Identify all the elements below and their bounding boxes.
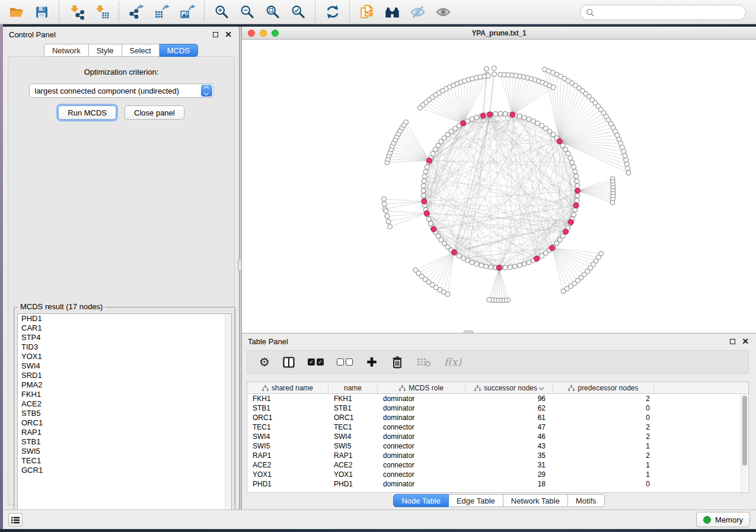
zoom-in-icon	[214, 4, 229, 20]
column-header-filler	[654, 382, 748, 393]
select-all-columns-button[interactable]: ✓✓	[308, 354, 324, 370]
save-session-button[interactable]	[29, 1, 55, 23]
import-table-button[interactable]	[89, 1, 114, 23]
table-cell: 2	[553, 432, 654, 441]
mcds-result-item[interactable]: ACE2	[18, 399, 231, 409]
tab-motifs[interactable]: Motifs	[568, 494, 605, 507]
list-scrollbar[interactable]	[225, 314, 231, 523]
tab-edge-table[interactable]: Edge Table	[449, 494, 503, 507]
function-builder-button-disabled[interactable]: f(x)	[444, 354, 461, 370]
mcds-result-item[interactable]: SWI5	[18, 447, 231, 456]
mcds-result-item[interactable]: STB5	[18, 409, 231, 418]
table-cell: 0	[553, 403, 654, 413]
mcds-result-item[interactable]: PMA2	[18, 380, 231, 390]
close-panel-button-mcds[interactable]: Close panel	[125, 105, 184, 120]
plus-icon	[366, 356, 378, 368]
close-table-panel-button[interactable]: ✕	[741, 336, 750, 346]
run-mcds-button[interactable]: Run MCDS	[58, 105, 116, 120]
table-row[interactable]: RAP1RAP1dominator352	[247, 451, 748, 460]
tab-select[interactable]: Select	[122, 44, 160, 57]
table-row[interactable]: FKH1FKH1dominator962	[247, 394, 748, 403]
mcds-result-item[interactable]: STP4	[18, 333, 231, 342]
table-scrollbar-thumb[interactable]	[742, 396, 747, 466]
memory-button[interactable]: Memory	[696, 512, 750, 527]
mcds-result-item[interactable]: STB1	[18, 437, 231, 447]
search-input[interactable]	[598, 7, 745, 18]
table-row[interactable]: ACE2ACE2connector311	[247, 460, 748, 470]
column-header-name[interactable]: name	[328, 382, 378, 393]
mcds-result-item[interactable]: SRD1	[18, 371, 231, 380]
table-cell: FKH1	[247, 394, 328, 403]
float-panel-button[interactable]	[210, 30, 220, 39]
float-table-panel-button[interactable]	[728, 336, 737, 346]
delete-column-button[interactable]	[391, 354, 404, 370]
tab-style[interactable]: Style	[89, 44, 122, 57]
shared-column-icon	[568, 385, 575, 391]
mcds-result-item[interactable]: TID3	[18, 342, 231, 352]
tab-network-table[interactable]: Network Table	[503, 494, 568, 507]
search-box[interactable]	[580, 5, 746, 20]
mcds-result-item[interactable]: RAP1	[18, 428, 231, 437]
delete-table-button-disabled[interactable]	[417, 354, 431, 370]
clone-network-button[interactable]	[354, 1, 379, 23]
binoculars-icon	[384, 4, 400, 20]
open-file-button[interactable]	[4, 1, 29, 23]
column-header-successor-nodes[interactable]: successor nodes	[465, 382, 553, 393]
table-cell: 0	[553, 479, 654, 489]
zoom-in-button[interactable]	[209, 1, 234, 23]
deselect-all-columns-button[interactable]	[337, 354, 353, 370]
mcds-result-item[interactable]: SWI4	[18, 361, 231, 371]
column-header-shared-name[interactable]: shared name	[247, 382, 328, 393]
column-header-MCDS-role[interactable]: MCDS role	[378, 382, 465, 393]
mcds-result-list[interactable]: PHD1CAR1STP4TID3YOX1SWI4SRD1PMA2FKH1ACE2…	[17, 313, 232, 524]
network-titlebar[interactable]: YPA_prune.txt_1	[242, 27, 756, 40]
mcds-result-item[interactable]: TEC1	[18, 456, 231, 466]
show-columns-button[interactable]	[283, 354, 295, 370]
export-table-button[interactable]	[149, 1, 174, 23]
mcds-result-item[interactable]: PHD1	[18, 314, 231, 323]
binoculars-button[interactable]	[379, 1, 405, 23]
network-canvas[interactable]	[242, 40, 756, 333]
table-row[interactable]: SWI5SWI5connector431	[247, 441, 748, 451]
tab-mcds[interactable]: MCDS	[160, 44, 198, 57]
hide-selected-button[interactable]	[405, 1, 430, 23]
columns-icon	[283, 357, 295, 368]
table-row[interactable]: STB1STB1dominator620	[247, 403, 748, 413]
tab-node-table[interactable]: Node Table	[393, 494, 449, 507]
table-settings-button[interactable]: ⚙	[259, 354, 270, 370]
column-header-predecessor-nodes[interactable]: predecessor nodes	[553, 382, 654, 393]
minimize-window-icon[interactable]	[260, 30, 267, 37]
search-icon	[586, 8, 595, 17]
mcds-result-item[interactable]: YOX1	[18, 352, 231, 361]
save-icon	[34, 5, 49, 20]
zoom-selected-button[interactable]	[285, 1, 311, 23]
maximize-window-icon[interactable]	[272, 30, 279, 37]
table-scrollbar[interactable]	[741, 395, 748, 492]
close-panel-button[interactable]: ✕	[224, 30, 233, 39]
table-cell: 1	[553, 460, 654, 470]
mcds-result-item[interactable]: CAR1	[18, 323, 231, 333]
export-image-button[interactable]	[174, 1, 200, 23]
mcds-result-item[interactable]: GCR1	[18, 466, 231, 475]
add-column-button[interactable]	[366, 354, 378, 370]
show-all-button[interactable]	[430, 1, 456, 23]
table-row[interactable]: SWI4SWI4dominator462	[247, 432, 748, 441]
export-network-button[interactable]	[123, 1, 149, 23]
zoom-out-button[interactable]	[234, 1, 260, 23]
table-row[interactable]: PHD1PHD1dominator180	[247, 479, 748, 489]
table-row[interactable]: ORC1ORC1dominator610	[247, 413, 748, 422]
mcds-result-item[interactable]: FKH1	[18, 390, 231, 399]
optimization-criterion-dropdown[interactable]: largest connected component (undirected)	[29, 84, 214, 98]
table-row[interactable]: TEC1TEC1connector472	[247, 422, 748, 432]
task-history-button[interactable]	[8, 513, 23, 527]
tab-network[interactable]: Network	[44, 44, 89, 57]
table-row[interactable]: YOX1YOX1connector291	[247, 470, 748, 479]
table-cell: 61	[465, 413, 553, 422]
table-cell: YOX1	[247, 470, 328, 479]
close-window-icon[interactable]	[248, 30, 255, 37]
import-network-button[interactable]	[63, 1, 89, 23]
refresh-button[interactable]	[320, 1, 345, 23]
mcds-result-item[interactable]: ORC1	[18, 418, 231, 428]
zoom-fit-button[interactable]	[260, 1, 285, 23]
network-graph[interactable]	[242, 40, 756, 333]
